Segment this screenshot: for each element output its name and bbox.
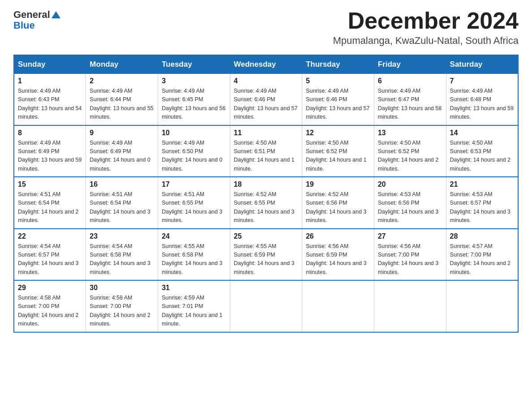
day-detail: Sunrise: 4:49 AMSunset: 6:44 PMDaylight:… [90,87,154,122]
calendar-cell: 31Sunrise: 4:59 AMSunset: 7:01 PMDayligh… [158,280,230,332]
header: General Blue December 2024 Mpumalanga, K… [13,9,519,47]
calendar-cell: 27Sunrise: 4:56 AMSunset: 7:00 PMDayligh… [374,229,446,281]
calendar-cell: 22Sunrise: 4:54 AMSunset: 6:57 PMDayligh… [14,229,86,281]
day-number: 6 [378,77,442,85]
calendar-week-row: 15Sunrise: 4:51 AMSunset: 6:54 PMDayligh… [14,177,518,229]
day-number: 10 [162,129,226,137]
day-number: 5 [306,77,370,85]
day-detail: Sunrise: 4:52 AMSunset: 6:55 PMDaylight:… [234,190,298,225]
day-number: 30 [90,284,154,292]
day-detail: Sunrise: 4:49 AMSunset: 6:46 PMDaylight:… [306,87,370,122]
day-detail: Sunrise: 4:50 AMSunset: 6:52 PMDaylight:… [306,139,370,174]
calendar-cell: 19Sunrise: 4:52 AMSunset: 6:56 PMDayligh… [302,177,374,229]
calendar-cell: 14Sunrise: 4:50 AMSunset: 6:53 PMDayligh… [446,125,518,177]
day-number: 18 [234,180,298,188]
day-detail: Sunrise: 4:49 AMSunset: 6:49 PMDaylight:… [18,139,82,174]
calendar-cell: 4Sunrise: 4:49 AMSunset: 6:46 PMDaylight… [230,74,302,125]
day-number: 24 [162,232,226,240]
day-detail: Sunrise: 4:55 AMSunset: 6:59 PMDaylight:… [234,242,298,277]
day-detail: Sunrise: 4:49 AMSunset: 6:46 PMDaylight:… [234,87,298,122]
day-detail: Sunrise: 4:52 AMSunset: 6:56 PMDaylight:… [306,190,370,225]
calendar-cell: 20Sunrise: 4:53 AMSunset: 6:56 PMDayligh… [374,177,446,229]
day-detail: Sunrise: 4:51 AMSunset: 6:54 PMDaylight:… [90,190,154,225]
calendar-cell: 21Sunrise: 4:53 AMSunset: 6:57 PMDayligh… [446,177,518,229]
day-detail: Sunrise: 4:54 AMSunset: 6:58 PMDaylight:… [90,242,154,277]
day-number: 7 [450,77,514,85]
calendar-header-thursday: Thursday [302,55,374,74]
day-number: 12 [306,129,370,137]
calendar-header-sunday: Sunday [14,55,86,74]
day-number: 22 [18,232,82,240]
calendar-cell: 17Sunrise: 4:51 AMSunset: 6:55 PMDayligh… [158,177,230,229]
day-detail: Sunrise: 4:51 AMSunset: 6:55 PMDaylight:… [162,190,226,225]
calendar-cell [302,280,374,332]
day-number: 3 [162,77,226,85]
day-number: 9 [90,129,154,137]
day-detail: Sunrise: 4:57 AMSunset: 7:00 PMDaylight:… [450,242,514,277]
day-detail: Sunrise: 4:49 AMSunset: 6:49 PMDaylight:… [90,139,154,174]
calendar-cell: 6Sunrise: 4:49 AMSunset: 6:47 PMDaylight… [374,74,446,125]
day-number: 19 [306,180,370,188]
calendar-cell: 10Sunrise: 4:49 AMSunset: 6:50 PMDayligh… [158,125,230,177]
calendar-cell: 8Sunrise: 4:49 AMSunset: 6:49 PMDaylight… [14,125,86,177]
calendar-cell [446,280,518,332]
calendar-header-wednesday: Wednesday [230,55,302,74]
day-detail: Sunrise: 4:49 AMSunset: 6:43 PMDaylight:… [18,87,82,122]
calendar-cell: 12Sunrise: 4:50 AMSunset: 6:52 PMDayligh… [302,125,374,177]
calendar-cell: 5Sunrise: 4:49 AMSunset: 6:46 PMDaylight… [302,74,374,125]
calendar-header-row: SundayMondayTuesdayWednesdayThursdayFrid… [14,55,518,74]
day-number: 25 [234,232,298,240]
day-detail: Sunrise: 4:54 AMSunset: 6:57 PMDaylight:… [18,242,82,277]
calendar-header-friday: Friday [374,55,446,74]
day-detail: Sunrise: 4:56 AMSunset: 7:00 PMDaylight:… [378,242,442,277]
day-number: 31 [162,284,226,292]
day-number: 16 [90,180,154,188]
calendar-week-row: 29Sunrise: 4:58 AMSunset: 7:00 PMDayligh… [14,280,518,332]
day-number: 11 [234,129,298,137]
logo-blue-text: Blue [13,20,35,31]
calendar-cell: 28Sunrise: 4:57 AMSunset: 7:00 PMDayligh… [446,229,518,281]
day-detail: Sunrise: 4:53 AMSunset: 6:56 PMDaylight:… [378,190,442,225]
calendar-table: SundayMondayTuesdayWednesdayThursdayFrid… [13,55,519,333]
day-number: 13 [378,129,442,137]
calendar-cell: 15Sunrise: 4:51 AMSunset: 6:54 PMDayligh… [14,177,86,229]
day-number: 14 [450,129,514,137]
day-detail: Sunrise: 4:55 AMSunset: 6:58 PMDaylight:… [162,242,226,277]
logo: General Blue [13,9,62,31]
day-detail: Sunrise: 4:49 AMSunset: 6:48 PMDaylight:… [450,87,514,122]
day-detail: Sunrise: 4:56 AMSunset: 6:59 PMDaylight:… [306,242,370,277]
day-detail: Sunrise: 4:58 AMSunset: 7:00 PMDaylight:… [90,294,154,329]
calendar-cell: 9Sunrise: 4:49 AMSunset: 6:49 PMDaylight… [86,125,158,177]
calendar-cell: 24Sunrise: 4:55 AMSunset: 6:58 PMDayligh… [158,229,230,281]
calendar-cell: 1Sunrise: 4:49 AMSunset: 6:43 PMDaylight… [14,74,86,125]
calendar-week-row: 1Sunrise: 4:49 AMSunset: 6:43 PMDaylight… [14,74,518,125]
day-detail: Sunrise: 4:49 AMSunset: 6:47 PMDaylight:… [378,87,442,122]
day-number: 21 [450,180,514,188]
title-area: December 2024 Mpumalanga, KwaZulu-Natal,… [333,9,519,47]
calendar-cell: 13Sunrise: 4:50 AMSunset: 6:52 PMDayligh… [374,125,446,177]
day-number: 8 [18,129,82,137]
day-number: 23 [90,232,154,240]
calendar-header-monday: Monday [86,55,158,74]
calendar-cell: 26Sunrise: 4:56 AMSunset: 6:59 PMDayligh… [302,229,374,281]
calendar-cell: 25Sunrise: 4:55 AMSunset: 6:59 PMDayligh… [230,229,302,281]
logo-general-text: General [13,9,50,21]
calendar-cell: 23Sunrise: 4:54 AMSunset: 6:58 PMDayligh… [86,229,158,281]
calendar-cell: 2Sunrise: 4:49 AMSunset: 6:44 PMDaylight… [86,74,158,125]
day-number: 1 [18,77,82,85]
location-subtitle: Mpumalanga, KwaZulu-Natal, South Africa [333,35,519,47]
day-detail: Sunrise: 4:49 AMSunset: 6:45 PMDaylight:… [162,87,226,122]
calendar-header-tuesday: Tuesday [158,55,230,74]
day-number: 28 [450,232,514,240]
day-detail: Sunrise: 4:58 AMSunset: 7:00 PMDaylight:… [18,294,82,329]
month-title: December 2024 [333,9,519,32]
calendar-cell [374,280,446,332]
day-number: 20 [378,180,442,188]
day-detail: Sunrise: 4:51 AMSunset: 6:54 PMDaylight:… [18,190,82,225]
day-detail: Sunrise: 4:50 AMSunset: 6:53 PMDaylight:… [450,139,514,174]
day-detail: Sunrise: 4:50 AMSunset: 6:52 PMDaylight:… [378,139,442,174]
day-detail: Sunrise: 4:50 AMSunset: 6:51 PMDaylight:… [234,139,298,174]
calendar-cell: 18Sunrise: 4:52 AMSunset: 6:55 PMDayligh… [230,177,302,229]
calendar-cell: 29Sunrise: 4:58 AMSunset: 7:00 PMDayligh… [14,280,86,332]
calendar-cell: 16Sunrise: 4:51 AMSunset: 6:54 PMDayligh… [86,177,158,229]
